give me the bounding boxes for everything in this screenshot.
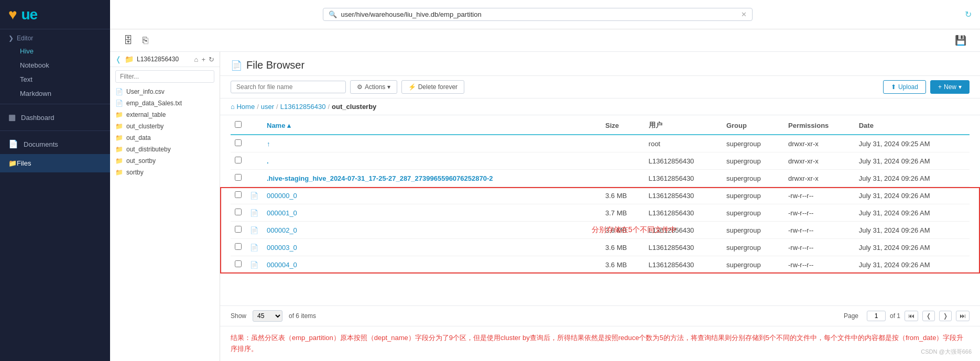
- main-content: 🔍 ✕ ↻ 🗄 ⎘ 💾 ❬ 📁 L13612856430 ⌂ + ↻ 📄User…: [110, 0, 980, 361]
- file-name-link[interactable]: 000003_0: [267, 244, 297, 251]
- th-size[interactable]: Size: [601, 115, 645, 135]
- upload-icon: ⬆: [891, 83, 896, 91]
- fb-header: 📄 File Browser: [220, 52, 980, 76]
- breadcrumb-account[interactable]: L13612856430: [280, 103, 326, 111]
- sidebar-item-hive[interactable]: Hive: [0, 44, 110, 58]
- row-size-cell: 3.6 MB: [601, 256, 645, 274]
- row-checkbox[interactable]: [235, 139, 242, 146]
- editor-label: Editor: [17, 35, 33, 42]
- left-panel-file-item[interactable]: 📁sortby: [110, 167, 220, 178]
- copy-icon-btn[interactable]: ⎘: [139, 34, 151, 47]
- th-date[interactable]: Date: [855, 115, 970, 135]
- row-checkbox[interactable]: [235, 260, 242, 267]
- breadcrumb-home[interactable]: ⌂ Home: [231, 103, 255, 111]
- row-group-cell: supergroup: [722, 204, 784, 222]
- refresh-icon[interactable]: ↻: [965, 9, 972, 19]
- database-icon-btn[interactable]: 🗄: [121, 34, 136, 47]
- th-checkbox: [231, 115, 246, 135]
- name-header-label: Name: [267, 122, 285, 129]
- delete-button[interactable]: ⚡ Delete forever: [401, 80, 464, 94]
- row-size-cell: 3.6 MB: [601, 239, 645, 256]
- save-icon-btn[interactable]: 💾: [952, 34, 970, 47]
- search-box: [231, 81, 346, 93]
- row-checkbox[interactable]: [235, 157, 242, 163]
- first-page-btn[interactable]: ⏮: [905, 311, 918, 321]
- left-panel-file-item[interactable]: 📁out_data: [110, 132, 220, 144]
- file-name-link[interactable]: ↑: [267, 140, 270, 148]
- left-panel-file-item[interactable]: 📄emp_data_Sales.txt: [110, 97, 220, 109]
- editor-nav-group[interactable]: ❯ Editor: [0, 29, 110, 44]
- breadcrumb-sep-2: /: [276, 103, 278, 111]
- sidebar-item-files[interactable]: 📁 Files: [0, 154, 110, 172]
- logo-name: ue: [21, 6, 37, 23]
- row-checkbox[interactable]: [235, 243, 242, 250]
- left-panel-file-item[interactable]: 📁out_clusterby: [110, 121, 220, 132]
- file-type-icon: 📄: [250, 226, 258, 234]
- home-icon[interactable]: ⌂: [194, 56, 199, 63]
- row-group-cell: supergroup: [722, 256, 784, 274]
- sidebar-item-dashboard[interactable]: ▦ Dashboard: [0, 107, 110, 127]
- fb-title: File Browser: [246, 59, 304, 71]
- content-area: ❬ 📁 L13612856430 ⌂ + ↻ 📄User_info.csv📄em…: [110, 52, 980, 361]
- page-input[interactable]: [867, 311, 886, 321]
- show-label: Show: [231, 312, 246, 320]
- fb-actions-bar: ⚙ Actions ▾ ⚡ Delete forever ⬆ Upload + …: [220, 76, 980, 99]
- row-type-cell: 📄: [246, 256, 263, 274]
- pagination-bar: Show 1530451002001000 of 6 items Page of…: [220, 305, 980, 326]
- row-checkbox[interactable]: [235, 209, 242, 215]
- row-checkbox[interactable]: [235, 226, 242, 233]
- row-user-cell: L13612856430: [645, 256, 722, 274]
- row-checkbox[interactable]: [235, 174, 242, 181]
- sidebar-item-documents[interactable]: 📄 Documents: [0, 134, 110, 154]
- file-name-link[interactable]: .: [267, 157, 269, 165]
- folder-icon: 📁: [115, 169, 123, 176]
- sidebar-item-notebook[interactable]: Notebook: [0, 58, 110, 72]
- th-user[interactable]: 用户: [645, 115, 722, 135]
- documents-label: Documents: [24, 140, 58, 148]
- sidebar-item-markdown[interactable]: Markdown: [0, 86, 110, 101]
- left-panel-file-item[interactable]: 📁out_sortby: [110, 155, 220, 167]
- sidebar-item-text[interactable]: Text: [0, 72, 110, 86]
- upload-button[interactable]: ⬆ Upload: [883, 80, 926, 94]
- th-permissions[interactable]: Permissions: [784, 115, 855, 135]
- next-page-btn[interactable]: ❭: [939, 311, 952, 321]
- breadcrumb-user[interactable]: user: [261, 103, 274, 111]
- new-button[interactable]: + New ▾: [930, 80, 970, 94]
- file-name-link[interactable]: 000001_0: [267, 209, 297, 217]
- left-panel-file-item[interactable]: 📁out_distributeby: [110, 144, 220, 155]
- left-panel-file-item[interactable]: 📁external_table: [110, 109, 220, 121]
- th-group[interactable]: Group: [722, 115, 784, 135]
- left-panel-file-name: User_info.csv: [126, 88, 165, 95]
- row-checkbox-cell: [231, 204, 246, 222]
- file-type-icon: 📄: [250, 192, 258, 200]
- file-name-link[interactable]: 000002_0: [267, 226, 297, 234]
- delete-icon: ⚡: [408, 83, 416, 91]
- th-name[interactable]: Name ▴: [263, 115, 601, 135]
- select-all-checkbox[interactable]: [235, 121, 242, 128]
- row-checkbox-cell: [231, 222, 246, 239]
- prev-page-btn[interactable]: ❬: [922, 311, 935, 321]
- path-clear-icon[interactable]: ✕: [741, 10, 747, 18]
- last-page-btn[interactable]: ⏭: [956, 311, 970, 321]
- add-folder-icon[interactable]: +: [201, 56, 205, 63]
- upload-label: Upload: [898, 83, 918, 91]
- watermark: CSDN @大强哥666: [921, 347, 972, 357]
- file-name-link[interactable]: 000004_0: [267, 261, 297, 269]
- file-icon: 📄: [115, 88, 123, 95]
- search-input[interactable]: [236, 83, 340, 91]
- row-checkbox[interactable]: [235, 191, 242, 198]
- row-type-cell: 📄: [246, 187, 263, 204]
- row-user-cell: L13612856430: [645, 170, 722, 187]
- refresh-folder-icon[interactable]: ↻: [209, 56, 214, 63]
- path-input[interactable]: [341, 10, 741, 18]
- file-name-link[interactable]: 000000_0: [267, 192, 297, 200]
- filter-input[interactable]: [115, 70, 214, 83]
- left-panel-file-item[interactable]: 📄User_info.csv: [110, 86, 220, 97]
- table-row: 📄000002_03.6 MBL13612856430supergroup-rw…: [231, 222, 970, 239]
- file-table: Name ▴ Size 用户 Group Permissions Date ↑r…: [231, 115, 970, 274]
- file-name-link[interactable]: .hive-staging_hive_2024-07-31_17-25-27_2…: [267, 174, 493, 182]
- per-page-select[interactable]: 1530451002001000: [253, 310, 282, 322]
- actions-button[interactable]: ⚙ Actions ▾: [350, 80, 397, 94]
- row-permissions-cell: -rw-r--r--: [784, 222, 855, 239]
- breadcrumb-current: out_clusterby: [332, 103, 376, 111]
